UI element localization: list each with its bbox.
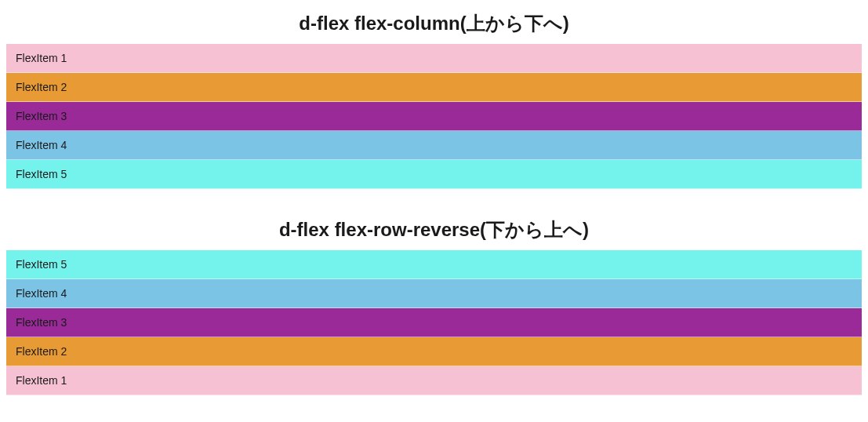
flex-item: FlexItem 2: [6, 337, 862, 366]
flex-item: FlexItem 4: [6, 131, 862, 160]
flex-item: FlexItem 5: [6, 160, 862, 189]
flex-item: FlexItem 3: [6, 102, 862, 131]
flex-item: FlexItem 3: [6, 308, 862, 337]
section-heading-1: d-flex flex-column(上から下へ): [6, 6, 862, 44]
flex-item: FlexItem 1: [6, 44, 862, 73]
section-gap: [6, 189, 862, 213]
flex-item: FlexItem 5: [6, 250, 862, 279]
flex-item: FlexItem 4: [6, 279, 862, 308]
flex-column-container: FlexItem 1 FlexItem 2 FlexItem 3 FlexIte…: [6, 44, 862, 189]
section-heading-2: d-flex flex-row-reverse(下から上へ): [6, 213, 862, 250]
flex-item: FlexItem 1: [6, 366, 862, 395]
flex-column-reverse-container: FlexItem 1 FlexItem 2 FlexItem 3 FlexIte…: [6, 250, 862, 395]
flex-item: FlexItem 2: [6, 73, 862, 102]
